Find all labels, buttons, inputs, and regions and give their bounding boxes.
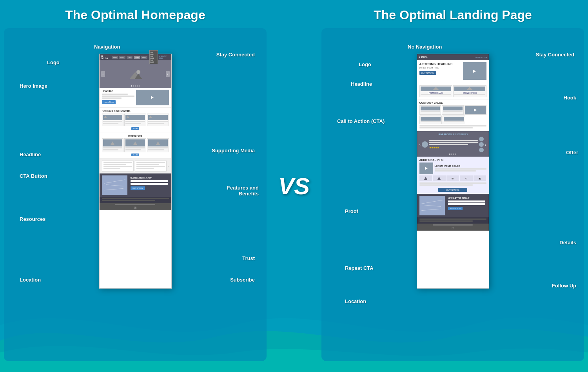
wf-info-text: LOREM IPSUM DOLOR [435,165,486,172]
wf-footer-url-right [433,224,473,226]
wf-learn-more-btn: Learn More [102,100,116,104]
wf-resources-see-all: See All [131,153,139,156]
vs-divider: VS [270,0,318,372]
wf-text1 [102,94,128,95]
wf-repeat-cta-btn: LEARN MORE [438,188,467,192]
wf-info-video [419,163,433,174]
label-subscribe: Subscribe [230,277,255,283]
wf-info-content: LOREM IPSUM DOLOR [419,163,486,174]
label-details-right: Details [559,240,576,246]
wf-resource3 [147,138,169,152]
wf-dot1 [131,85,132,87]
homepage-wireframe: ⊞ SCUBA Link1 Link2 Link3 Link4 Link5 Su… [99,54,172,289]
wf-resources-grid [102,138,169,152]
homepage-mockup-wrapper: Navigation Logo Stay Connected Hero Imag… [8,32,263,357]
label-stay-connected-left: Stay Connected [216,52,255,58]
wf-newsletter-left: NEWSLETTER SIGNUP SIGN UP NOW [129,175,169,195]
label-offer-right: Offer [566,150,578,155]
wf-value-grid2 [419,116,486,124]
label-stay-connected-right: Stay Connected [536,52,574,58]
wf-navbar-left: ⊞ SCUBA Link1 Link2 Link3 Link4 Link5 Su… [100,54,171,60]
wf-features-see-all: See All [131,127,139,130]
wf-newsletter-title-left: NEWSLETTER SIGNUP [131,177,168,179]
svg-marker-6 [111,141,114,145]
wf-nav-link5: Link5 [141,56,147,59]
wf-bottom-text-right [417,217,489,224]
wf-feature-img3 [148,115,168,120]
right-panel-title: The Optimal Landing Page [374,8,532,22]
wf-footer-url-left [115,204,156,205]
wf-value-grid [419,105,486,115]
wf-input2-right [448,203,485,205]
wf-value5 [443,116,465,124]
wf-headline-section: Headline Learn More [100,88,171,108]
wf-nav-link3: Link3 [127,56,133,59]
wf-nav-links: Link1 Link2 Link3 Link4 Link5 [112,56,147,59]
wf-strong-headline: A STRONG HEADLINE [419,62,461,66]
vs-text: VS [278,173,310,200]
wf-hero-dots [131,85,140,87]
wf-feature-img1 [103,115,123,120]
wf-resource1 [102,138,124,152]
wf-stars: ★★★★★ [429,146,478,149]
wf-feature1 [102,114,124,126]
wf-hero-play-icon [473,70,476,73]
wf-newsletter-right: NEWSLETTER SIGNUP SIGN UP NOW [447,196,486,215]
wf-resources-section: Resources [100,132,171,159]
label-location-right: Location [345,298,366,304]
wf-info-grid: ⊞ ⊙ ▣ [419,175,486,181]
wf-value-img1 [421,107,440,110]
wf-footer-dark-right: NEWSLETTER SIGNUP SIGN UP NOW [417,194,489,217]
wf-value4 [419,116,442,124]
label-repeat-cta-right: Repeat CTA [345,265,374,271]
wf-hero-arrows: ‹ › [101,71,170,77]
wf-resource-img3 [148,139,168,146]
wf-info-card5: ▣ [474,175,486,181]
landing-wireframe: ⊞ SCUBA ⊙ 555-747-1234 A STRONG HEADLINE… [417,54,489,289]
label-cta-right: Call to Action (CTA) [337,118,385,124]
wf-testimonial-title: HEAR FROM OUR CUSTOMERS [419,133,486,135]
wf-headline-title: Headline [102,90,135,92]
wf-value-img5 [444,117,464,121]
wf-nav-dropdown: Sub Link1 Sub Link2 Sub Link3 [149,50,158,64]
label-hero-image: Hero Image [20,83,47,89]
wf-company-value: COMPANY VALUE [417,99,489,131]
wf-info-play [425,167,428,170]
label-logo-right: Logo [359,61,371,67]
wf-hero-content: A STRONG HEADLINE LOREM IPSUM TITLE LEAR… [419,62,486,80]
wf-product-img1 [421,87,452,91]
wf-product2: GROWN HOT BOX [453,85,486,97]
wf-trust1 [102,161,134,172]
label-no-navigation: No Navigation [408,44,442,50]
wf-value-img4 [421,117,441,121]
wf-trust-section: › [100,159,171,173]
wf-resources-title: Resources [102,134,169,137]
wf-newsletter-title-right: NEWSLETTER SIGNUP [448,197,485,199]
left-panel: The Optimal Homepage Navigation Logo Sta… [0,0,270,372]
wf-hero-left: ‹ › [100,60,171,88]
label-features-benefits: Features and Benefits [227,185,259,197]
wf-testimonial-content: ★★★★★ [422,137,484,152]
wf-info-card3: ⊞ [446,175,459,181]
wf-hero-btn: LEARN MORE [419,71,436,75]
wf-value2 [442,105,464,115]
wf-hero-video [463,62,486,80]
landing-mockup-wrapper: No Navigation Logo Stay Connected Headli… [325,32,580,357]
label-supporting-media: Supporting Media [212,148,255,153]
wf-signup-btn-left: SIGN UP NOW [131,186,145,190]
wf-additional-info: ADDITIONAL INFO LOREM IPSUM DOLOR [417,157,489,194]
wf-map-left [102,175,127,195]
wf-resource-img2 [125,139,145,146]
wf-info-card1 [419,175,432,181]
wf-additional-info-title: ADDITIONAL INFO [419,159,486,161]
svg-marker-7 [133,141,137,145]
svg-marker-4 [126,116,129,118]
wf-products-section: PROMO DOLLARS GROWN HOT BOX [417,82,489,99]
wf-nav-phone: ⊙ 555-747-1234 [159,55,170,59]
wf-repeat-cta-container: LEARN MORE [419,187,486,192]
wf-hero-text: A STRONG HEADLINE LOREM IPSUM TITLE LEAR… [419,62,461,75]
wf-test-arrow-right: › [485,143,486,147]
wf-testimonials-section: HEAR FROM OUR CUSTOMERS ‹ ★★★★★ [417,131,489,157]
wf-features-title: Features and Benefits [102,110,169,112]
label-headline-right: Headline [351,81,372,87]
